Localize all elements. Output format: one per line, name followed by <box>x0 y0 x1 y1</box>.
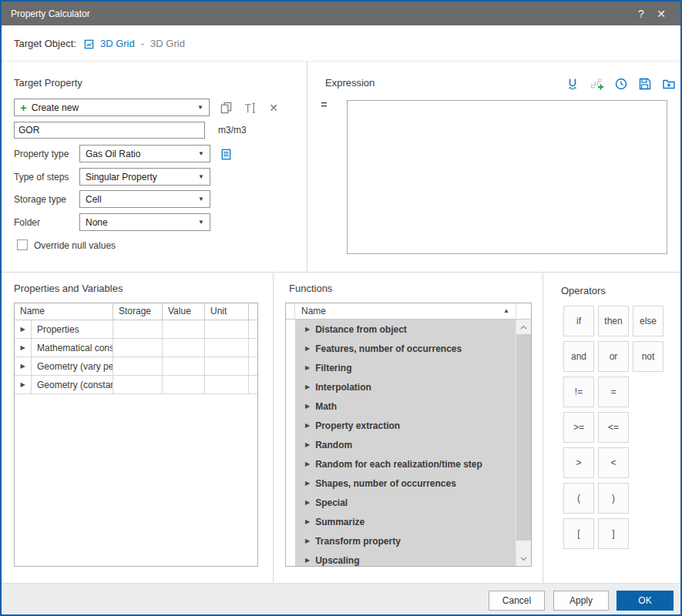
help-button[interactable]: ? <box>631 8 651 20</box>
function-category[interactable]: ▶Random for each realization/time step <box>295 454 516 474</box>
unit-label: m3/m3 <box>218 125 247 136</box>
functions-list: Name ▲ ▶Distance from object ▶Features, … <box>285 303 532 567</box>
operator-else-button[interactable]: else <box>633 306 664 336</box>
row-unit <box>205 357 249 375</box>
rename-icon[interactable] <box>242 100 257 116</box>
function-category-label: Transform property <box>315 536 401 547</box>
operator-open-bracket-button[interactable]: [ <box>563 518 594 549</box>
expand-arrow-icon[interactable]: ▶ <box>15 320 32 338</box>
table-row[interactable]: ▶ Properties <box>15 320 257 339</box>
chevron-down-icon: ▼ <box>198 150 204 157</box>
expand-arrow-icon: ▶ <box>305 557 310 564</box>
storage-type-label: Storage type <box>14 194 66 205</box>
chevron-down-icon: ▼ <box>197 104 203 111</box>
folder-dropdown[interactable]: None ▼ <box>79 213 210 231</box>
override-null-values-checkbox[interactable] <box>17 239 28 250</box>
expand-arrow-icon: ▶ <box>305 384 310 390</box>
function-category[interactable]: ▶Upscaling <box>295 551 516 566</box>
scrollbar-track[interactable] <box>516 541 531 551</box>
table-row[interactable]: ▶ Geometry (vary per layer) <box>15 357 257 376</box>
open-folder-add-icon[interactable] <box>661 76 677 92</box>
column-header-name[interactable]: Name <box>15 303 113 320</box>
column-header-storage[interactable]: Storage <box>113 303 163 320</box>
equals-sign: = <box>321 98 328 111</box>
delete-button[interactable]: ✕ <box>266 100 281 116</box>
function-category-label: Math <box>315 401 337 412</box>
scrollbar-thumb[interactable] <box>516 334 531 541</box>
function-category[interactable]: ▶Math <box>295 397 516 416</box>
operator-then-button[interactable]: then <box>598 306 629 336</box>
sort-ascending-icon: ▲ <box>503 308 509 314</box>
folder-label: Folder <box>14 217 40 228</box>
scroll-up-icon[interactable] <box>516 320 531 334</box>
function-category[interactable]: ▶Transform property <box>295 531 516 551</box>
expand-arrow-icon[interactable]: ▶ <box>15 339 32 357</box>
expand-arrow-icon[interactable]: ▶ <box>15 357 32 375</box>
close-button[interactable]: ✕ <box>651 8 671 20</box>
save-icon[interactable] <box>637 76 653 92</box>
functions-column-header-name[interactable]: Name ▲ <box>295 303 516 319</box>
operator-if-button[interactable]: if <box>563 306 594 336</box>
spellcheck-icon[interactable] <box>566 76 581 92</box>
functions-scrollbar[interactable] <box>516 320 531 566</box>
function-category[interactable]: ▶Features, number of occurrences <box>295 339 516 358</box>
function-category[interactable]: ▶Property extraction <box>295 416 516 435</box>
copy-button[interactable] <box>218 100 233 116</box>
function-category[interactable]: ▶Special <box>295 493 516 512</box>
function-category-label: Interpolation <box>315 382 371 393</box>
operator-eq-button[interactable]: = <box>598 377 629 407</box>
storage-type-value: Cell <box>86 194 195 205</box>
row-value <box>163 376 205 393</box>
row-name: Geometry (constants) <box>32 376 113 393</box>
properties-variables-table: Name Storage Value Unit ▶ Properties ▶ M… <box>14 303 258 567</box>
create-new-dropdown[interactable]: + Create new ▼ <box>14 99 210 116</box>
operator-open-paren-button[interactable]: ( <box>563 483 594 514</box>
function-category[interactable]: ▶Random <box>295 435 516 454</box>
expression-input[interactable] <box>347 100 667 254</box>
function-category[interactable]: ▶Filtering <box>295 358 516 377</box>
operator-lt-button[interactable]: < <box>598 447 629 478</box>
table-row[interactable]: ▶ Mathematical constants <box>15 339 257 357</box>
target-object-label: Target Object: <box>14 38 76 49</box>
ok-button[interactable]: OK <box>616 591 674 611</box>
operator-gt-button[interactable]: > <box>563 447 594 478</box>
operator-and-button[interactable]: and <box>563 341 594 372</box>
operator-close-paren-button[interactable]: ) <box>598 483 629 514</box>
cancel-button[interactable]: Cancel <box>489 591 545 611</box>
function-category[interactable]: ▶Summarize <box>295 512 516 531</box>
property-type-value: Gas Oil Ratio <box>86 149 195 159</box>
target-object-link[interactable]: 3D Grid <box>100 38 135 49</box>
operator-not-button[interactable]: not <box>633 341 664 372</box>
property-type-dropdown[interactable]: Gas Oil Ratio ▼ <box>79 145 210 162</box>
expression-panel: Expression = <box>308 62 680 272</box>
storage-type-dropdown[interactable]: Cell ▼ <box>79 190 210 208</box>
properties-variables-panel: Properties and Variables Name Storage Va… <box>2 272 274 583</box>
add-steps-icon[interactable] <box>590 76 605 92</box>
table-row[interactable]: ▶ Geometry (constants) <box>15 376 257 394</box>
function-category[interactable]: ▶Distance from object <box>295 320 516 339</box>
type-of-steps-dropdown[interactable]: Singular Property ▼ <box>79 168 210 186</box>
property-template-button[interactable] <box>218 146 233 162</box>
override-null-values-label: Override null values <box>34 240 116 251</box>
row-value <box>163 357 205 375</box>
operator-close-bracket-button[interactable]: ] <box>598 518 629 549</box>
function-category-label: Features, number of occurrences <box>315 343 462 354</box>
table-header-row: Name Storage Value Unit <box>15 303 257 320</box>
scroll-down-icon[interactable] <box>516 551 531 566</box>
apply-button[interactable]: Apply <box>553 591 609 611</box>
history-clock-icon[interactable] <box>613 76 629 92</box>
operator-or-button[interactable]: or <box>598 341 629 372</box>
function-category-label: Property extraction <box>315 420 400 431</box>
property-name-input[interactable] <box>14 122 205 139</box>
operators-heading: Operators <box>561 285 606 296</box>
column-header-unit[interactable]: Unit <box>205 303 249 320</box>
function-category[interactable]: ▶Interpolation <box>295 377 516 397</box>
operator-gte-button[interactable]: >= <box>563 412 594 443</box>
functions-tree: ▶Distance from object ▶Features, number … <box>295 320 516 566</box>
expand-arrow-icon: ▶ <box>305 365 310 371</box>
operator-neq-button[interactable]: != <box>563 377 594 407</box>
operator-lte-button[interactable]: <= <box>598 412 629 443</box>
function-category[interactable]: ▶Shapes, number of occurrences <box>295 474 516 493</box>
column-header-value[interactable]: Value <box>163 303 205 320</box>
expand-arrow-icon[interactable]: ▶ <box>15 376 32 393</box>
